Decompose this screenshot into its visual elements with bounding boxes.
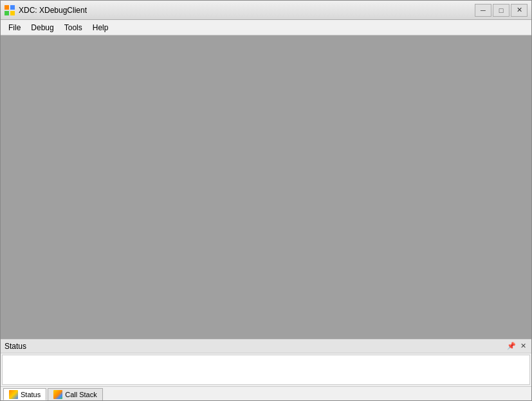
title-bar-left: XDC: XDebugClient <box>5 5 87 15</box>
svg-rect-1 <box>10 5 15 10</box>
window-controls: ─ □ ✕ <box>475 4 527 17</box>
main-content-area <box>1 35 531 339</box>
status-content-area <box>2 355 530 385</box>
menu-tools[interactable]: Tools <box>59 22 87 33</box>
menu-file[interactable]: File <box>3 22 26 33</box>
menu-help[interactable]: Help <box>87 22 114 33</box>
callstack-tab-label: Call Stack <box>65 391 97 398</box>
main-window: XDC: XDebugClient ─ □ ✕ File Debug Tools… <box>0 0 532 401</box>
panel-close-button[interactable]: ✕ <box>518 342 527 351</box>
status-panel-title: Status <box>5 342 26 351</box>
status-panel-header: Status 📌 ✕ <box>1 339 531 353</box>
window-title: XDC: XDebugClient <box>19 6 87 15</box>
svg-rect-3 <box>10 11 15 15</box>
title-bar: XDC: XDebugClient ─ □ ✕ <box>1 1 531 20</box>
status-tab-label: Status <box>21 391 41 398</box>
status-tab-icon <box>9 390 18 399</box>
close-button[interactable]: ✕ <box>511 4 527 17</box>
callstack-tab-icon <box>53 390 62 399</box>
svg-rect-2 <box>5 11 9 15</box>
tab-callstack[interactable]: Call Stack <box>48 388 103 400</box>
tab-status[interactable]: Status <box>3 388 46 400</box>
pin-button[interactable]: 📌 <box>507 342 516 351</box>
maximize-button[interactable]: □ <box>493 4 509 17</box>
status-tabs: Status Call Stack <box>1 386 531 400</box>
panel-controls: 📌 ✕ <box>507 342 527 351</box>
minimize-button[interactable]: ─ <box>475 4 491 17</box>
svg-rect-0 <box>5 5 9 10</box>
menu-debug[interactable]: Debug <box>26 22 59 33</box>
content-inner <box>1 35 531 339</box>
menu-bar: File Debug Tools Help <box>1 20 531 35</box>
status-panel: Status 📌 ✕ Status Call Stack <box>1 339 531 400</box>
app-icon <box>5 5 15 15</box>
